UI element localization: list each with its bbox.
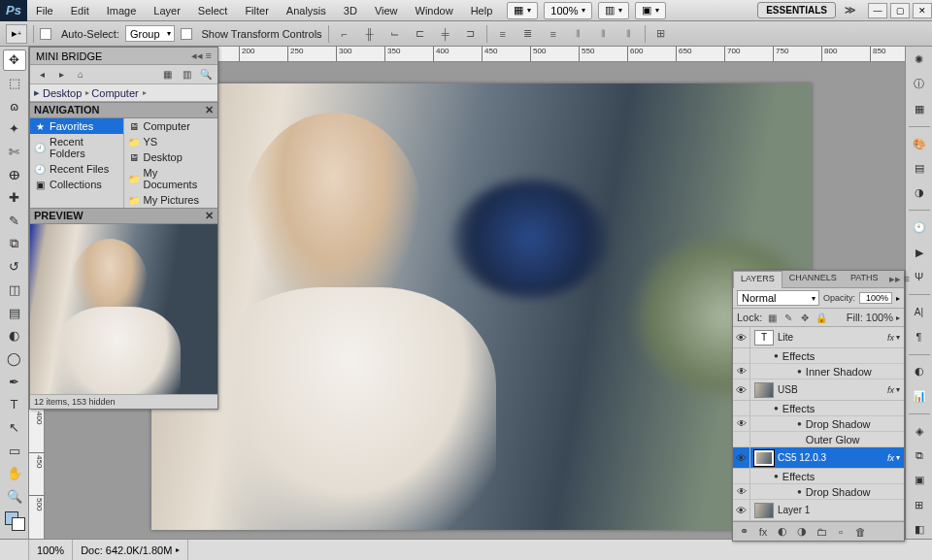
window-maximize-button[interactable]: ▢ <box>890 3 910 18</box>
mini-bridge-tab[interactable]: MINI BRIDGE ◂◂ ≡ <box>30 48 217 65</box>
layer-row-usb[interactable]: 👁 USB fx▾ <box>733 379 904 401</box>
lock-pixels-button[interactable]: ✎ <box>782 311 795 324</box>
pen-tool[interactable]: ✒ <box>3 371 26 392</box>
layer-thumbnail[interactable]: T <box>754 330 774 346</box>
menu-filter[interactable]: Filter <box>236 0 277 21</box>
nav-collections[interactable]: ▣Collections <box>30 177 123 192</box>
mb-back-button[interactable]: ◂ <box>34 67 50 82</box>
effects-group[interactable]: ●Effects <box>733 348 904 364</box>
distribute-hcenter-icon[interactable]: ⦀ <box>594 25 614 43</box>
opacity-arrow-icon[interactable]: ▸ <box>896 294 900 303</box>
channels-panel-icon[interactable]: ◧ <box>909 520 930 539</box>
distribute-right-icon[interactable]: ⦀ <box>619 25 639 43</box>
zoom-dropdown[interactable]: 100%▾ <box>544 2 592 19</box>
nav-ys[interactable]: 📁YS <box>124 134 218 149</box>
layer-comps-icon[interactable]: ⊞ <box>909 496 930 514</box>
distribute-left-icon[interactable]: ⦀ <box>569 25 588 43</box>
fx-badge[interactable]: fx <box>887 385 894 395</box>
marquee-tool[interactable]: ⬚ <box>3 73 26 94</box>
arrange-docs-dropdown[interactable]: ▥▾ <box>598 2 629 19</box>
character-panel-icon[interactable]: A| <box>909 303 930 321</box>
launch-bridge-dropdown[interactable]: ▦▾ <box>507 2 538 19</box>
layer-style-button[interactable]: fx <box>754 524 772 540</box>
window-minimize-button[interactable]: — <box>868 3 887 18</box>
nav-recent-folders[interactable]: 🕘Recent Folders <box>30 134 123 161</box>
history-panel-icon[interactable]: 🕙 <box>909 218 930 237</box>
layer-thumbnail[interactable] <box>754 382 774 398</box>
eraser-tool[interactable]: ◫ <box>3 280 26 301</box>
shape-tool[interactable]: ▭ <box>3 440 26 461</box>
fill-arrow-icon[interactable]: ▸ <box>896 313 900 322</box>
clone-panel-icon[interactable]: ⧉ <box>909 446 930 465</box>
tool-presets-icon[interactable]: ▣ <box>909 471 930 489</box>
layer-thumbnail[interactable] <box>754 503 774 518</box>
crumb-computer[interactable]: Computer <box>91 87 138 99</box>
effect-outer-glow[interactable]: ●Outer Glow <box>733 432 904 447</box>
blur-tool[interactable]: ◐ <box>3 325 26 346</box>
visibility-toggle[interactable]: 👁 <box>733 379 750 400</box>
nav-my-pictures[interactable]: 📁My Pictures <box>124 192 218 208</box>
align-left-icon[interactable]: ⊏ <box>411 25 430 43</box>
crop-tool[interactable]: ✄ <box>3 142 26 163</box>
align-bottom-icon[interactable]: ⌙ <box>385 25 405 43</box>
fill-input[interactable]: 100% <box>866 312 893 323</box>
panel-collapse-icon[interactable]: ◂◂ ≡ <box>191 49 212 62</box>
menu-analysis[interactable]: Analysis <box>278 0 335 21</box>
menu-image[interactable]: Image <box>98 0 146 21</box>
status-doc-info[interactable]: Doc: 642.0K/1.80M▸ <box>73 540 188 560</box>
delete-layer-button[interactable]: 🗑 <box>851 524 869 540</box>
mb-home-button[interactable]: ⌂ <box>73 67 88 82</box>
hand-tool[interactable]: ✋ <box>3 463 26 484</box>
menu-file[interactable]: File <box>27 0 62 21</box>
swatches-panel-icon[interactable]: ▦ <box>909 100 930 118</box>
nav-computer[interactable]: 🖥Computer <box>124 118 218 134</box>
new-layer-button[interactable]: ▫ <box>832 524 849 540</box>
workspace-switcher[interactable]: ESSENTIALS <box>757 2 836 18</box>
layer-row-cs5[interactable]: 👁 CS5 12.0.3 fx▾ <box>733 447 904 469</box>
effect-drop-shadow[interactable]: 👁●Drop Shadow <box>733 416 904 432</box>
menu-view[interactable]: View <box>366 0 407 21</box>
visibility-toggle[interactable]: 👁 <box>733 447 750 468</box>
layer-thumbnail[interactable] <box>754 450 774 466</box>
nav-desktop[interactable]: 🖥Desktop <box>124 149 218 165</box>
blend-mode-dropdown[interactable]: Normal <box>737 290 819 306</box>
effects-group[interactable]: ●Effects <box>733 401 904 416</box>
distribute-vcenter-icon[interactable]: ≣ <box>518 25 538 43</box>
visibility-toggle[interactable]: 👁 <box>733 327 750 347</box>
nav-my-documents[interactable]: 📁My Documents <box>124 165 218 192</box>
effects-group[interactable]: ●Effects <box>733 469 904 484</box>
wand-tool[interactable]: ✦ <box>3 118 26 140</box>
effect-drop-shadow[interactable]: 👁●Drop Shadow <box>733 484 904 500</box>
adjustment-layer-button[interactable]: ◑ <box>793 524 811 540</box>
actions-panel-icon[interactable]: ▶ <box>909 244 930 262</box>
link-layers-button[interactable]: ⚭ <box>735 524 752 540</box>
fx-badge[interactable]: fx <box>887 333 894 343</box>
window-close-button[interactable]: ✕ <box>913 3 932 18</box>
mb-forward-button[interactable]: ▸ <box>53 67 69 82</box>
type-tool[interactable]: T <box>3 394 26 415</box>
mb-view-button[interactable]: ▦ <box>159 67 175 82</box>
auto-align-icon[interactable]: ⊞ <box>651 25 671 43</box>
adjustments-panel-icon[interactable]: ▤ <box>909 159 930 178</box>
stamp-tool[interactable]: ⧉ <box>3 233 26 254</box>
path-select-tool[interactable]: ↖ <box>3 417 26 439</box>
nav-favorites[interactable]: ★Favorites <box>30 118 123 134</box>
layer-mask-button[interactable]: ◐ <box>774 524 791 540</box>
panel-collapse-icon[interactable]: ▸▸ <box>889 273 901 285</box>
lock-transparency-button[interactable]: ▦ <box>765 311 779 324</box>
document-image[interactable] <box>151 83 812 530</box>
visibility-toggle[interactable]: 👁 <box>733 500 750 520</box>
distribute-bottom-icon[interactable]: ≡ <box>544 25 563 43</box>
gradient-tool[interactable]: ▤ <box>3 302 26 323</box>
eyedropper-tool[interactable]: ⴲ <box>3 164 26 185</box>
effect-inner-shadow[interactable]: 👁●Inner Shadow <box>733 364 904 379</box>
nav-recent-files[interactable]: 🕘Recent Files <box>30 161 123 177</box>
current-tool-icon[interactable]: ▸+ <box>6 24 27 44</box>
move-tool[interactable]: ✥ <box>3 49 26 71</box>
nav-close-icon[interactable]: ✕ <box>205 104 214 116</box>
histogram-panel-icon[interactable]: 📊 <box>909 387 930 406</box>
preview-close-icon[interactable]: ✕ <box>205 210 214 222</box>
new-group-button[interactable]: 🗀 <box>813 524 830 540</box>
opacity-input[interactable]: 100% <box>859 292 892 304</box>
align-right-icon[interactable]: ⊐ <box>461 25 481 43</box>
